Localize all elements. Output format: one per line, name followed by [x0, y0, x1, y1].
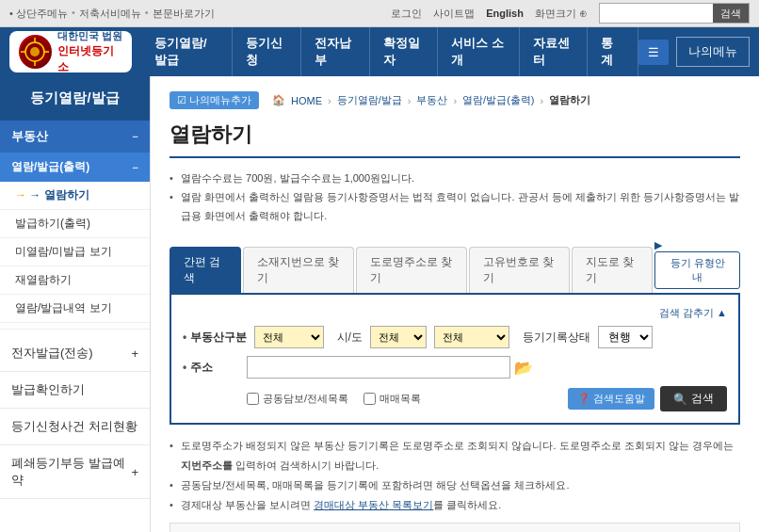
search-row-2: 주소 📂 — [183, 356, 727, 379]
skip-service-menu[interactable]: 저축서비메뉴 — [79, 7, 141, 21]
skip-main-menu[interactable]: • 상단주메뉴 — [9, 7, 68, 21]
sidebar-items-group: → 열람하기 발급하기(출력) 미열람/미발급 보기 재열람하기 열람/발급내역… — [0, 182, 150, 323]
real-estate-type-select[interactable]: 전체 토지 건물 집합건물 — [254, 326, 324, 348]
sidebar-item-review[interactable]: 재열람하기 — [0, 266, 150, 295]
login-link[interactable]: 로그인 — [391, 7, 422, 21]
tab-map-search[interactable]: 지도로 찾기 — [572, 247, 653, 293]
sidebar-electronic-plus-icon: + — [131, 347, 138, 361]
main-content: ☑ 나의메뉴추가 🏠 HOME › 등기열람/발급 › 부동산 › 열람/발급(… — [151, 76, 759, 532]
address-search-icon: 📂 — [514, 359, 533, 377]
guide-arrow-icon: ▶ — [654, 239, 662, 250]
sidebar-section-realestate[interactable]: 부동산 − — [0, 121, 150, 153]
nav-statistics[interactable]: 통 계 — [588, 27, 638, 76]
city-select[interactable]: 전체 서울 부산 대구 인천 — [370, 326, 427, 348]
breadcrumb-path3-link[interactable]: 열람/발급(출력) — [462, 93, 534, 107]
joint-collateral-checkbox[interactable] — [247, 393, 259, 405]
search-execute-button[interactable]: 🔍 검색 — [660, 386, 727, 411]
bottom-notice-3: 경제대상 부동산을 보시려면 경매대상 부동산 목록보기를 클릭하세요. — [170, 495, 740, 515]
breadcrumb-path1-link[interactable]: 등기열람/발급 — [337, 93, 402, 107]
logo[interactable]: 대한민국 법원 인터넷등기소 — [9, 31, 132, 73]
tab-unique-search[interactable]: 고유번호로 찾기 — [469, 247, 570, 293]
font-size-control[interactable]: 화면크기 ⊕ — [535, 7, 588, 21]
breadcrumb-home-link[interactable]: HOME — [291, 95, 322, 106]
address-input[interactable] — [247, 356, 510, 379]
bottom-notice-2: 공동담보/전세목록, 매매목록을 등기기록에 포함하려면 해당 선택옵션을 체크… — [170, 476, 740, 495]
auction-link[interactable]: 경매대상 부동산 목록보기 — [314, 499, 433, 510]
tab-address-search[interactable]: 소재지번으로 찾기 — [243, 247, 354, 293]
info-box: • 해당 부동산의 확정일자 열람을 원하시면 확정일자 열람하기 ↗ 를 누르… — [170, 523, 740, 532]
hamburger-icon: ☰ — [648, 45, 659, 59]
sidebar-section-electronic[interactable]: 전자발급(전송) + — [0, 335, 150, 372]
english-link[interactable]: English — [486, 8, 524, 19]
sidebar-subsection-view[interactable]: 열람/발급(출력) − — [0, 153, 150, 182]
address-label: 주소 — [183, 360, 239, 376]
breadcrumb-current: 열람하기 — [549, 93, 590, 107]
page-title: 열람하기 — [170, 121, 740, 158]
main-nav: 등기열람/발급 등기신청 전자납부 확정일자 서비스 소개 자료센터 통 계 — [141, 27, 638, 76]
magnifier-icon: 🔍 — [673, 393, 687, 406]
sale-list-checkbox[interactable] — [363, 393, 376, 405]
sidebar-item-issue[interactable]: 발급하기(출력) — [0, 210, 150, 238]
search-bottom-row: 공동담보/전세목록 매매목록 ❓ 검색도움말 🔍 검색 — [183, 386, 727, 411]
sidebar-item-unviewed[interactable]: 미열람/미발급 보기 — [0, 238, 150, 266]
question-icon: ❓ — [577, 393, 590, 405]
breadcrumb: ☑ 나의메뉴추가 🏠 HOME › 등기열람/발급 › 부동산 › 열람/발급(… — [170, 91, 740, 109]
nav-electronic-payment[interactable]: 전자납부 — [301, 27, 370, 76]
search-buttons: ❓ 검색도움말 🔍 검색 — [568, 386, 727, 411]
record-status-label: 등기기록상태 — [523, 330, 590, 346]
tab-road-search[interactable]: 도로명주소로 찾기 — [356, 247, 467, 293]
logo-text: 대한민국 법원 인터넷등기소 — [57, 29, 122, 75]
checkbox-icon: ☑ — [177, 94, 186, 106]
sidebar-section-confirm[interactable]: 발급확인하기 — [0, 372, 150, 409]
notice-2: 열람 화면에서 출력하신 열람용 등기사항증명서는 법적 효력이 없습니다. 관… — [170, 188, 740, 226]
nav-service-intro[interactable]: 서비스 소개 — [438, 27, 520, 76]
help-button[interactable]: ❓ 검색도움말 — [568, 388, 654, 410]
sidebar-section-processing[interactable]: 등기신청사건 처리현황 — [0, 409, 150, 445]
sitemap-link[interactable]: 사이트맵 — [433, 7, 475, 21]
sidebar-closed-plus-icon: + — [131, 465, 138, 479]
tab-simple-search[interactable]: 간편 검색 — [170, 247, 241, 293]
my-add-button[interactable]: ☑ 나의메뉴추가 — [170, 91, 259, 109]
svg-point-2 — [30, 47, 40, 56]
notice-1: 열람수수료는 700원, 발급수수료는 1,000원입니다. — [170, 169, 740, 188]
city-detail-select[interactable]: 전체 — [434, 326, 509, 348]
address-input-wrap: 📂 — [247, 356, 727, 379]
search-toggle[interactable]: 검색 감추기 ▲ — [183, 306, 727, 320]
skip-content[interactable]: 본문바로가기 — [153, 7, 215, 21]
sidebar-sub-arrow-icon: − — [133, 162, 138, 173]
checkbox-area: 공동담보/전세목록 매매목록 — [183, 392, 421, 406]
notice-box: 열람수수료는 700원, 발급수수료는 1,000원입니다. 열람 화면에서 출… — [170, 169, 740, 225]
nav-right: ☰ 나의메뉴 — [638, 37, 750, 67]
top-search-box: 검색 — [599, 3, 750, 24]
top-search-input[interactable] — [600, 4, 713, 23]
header: 대한민국 법원 인터넷등기소 등기열람/발급 등기신청 전자납부 확정일자 서비… — [0, 27, 759, 76]
bottom-notice-1: 도로명주소가 배정되지 않은 부동산 등기기록은 도로명주소로 조회되지 않습니… — [170, 436, 740, 476]
nav-fixed-date[interactable]: 확정일자 — [370, 27, 439, 76]
sidebar-arrow-icon: − — [133, 131, 138, 142]
sidebar-section-closed[interactable]: 폐쇄등기부등 발급예약 + — [0, 445, 150, 499]
checkbox-sale-list[interactable]: 매매목록 — [363, 392, 421, 406]
nav-data-center[interactable]: 자료센터 — [520, 27, 589, 76]
logo-icon — [19, 35, 52, 69]
breadcrumb-path2-link[interactable]: 부동산 — [416, 93, 447, 107]
checkbox-joint-collateral[interactable]: 공동담보/전세목록 — [247, 392, 348, 406]
nav-registry-apply[interactable]: 등기신청 — [233, 27, 301, 76]
hamburger-button[interactable]: ☰ — [638, 40, 669, 65]
record-status-select[interactable]: 현행 폐쇄 전체 — [598, 326, 653, 348]
type-guide-button[interactable]: 등기 유형안내 — [654, 251, 740, 289]
real-estate-type-label: 부동산구분 — [183, 330, 247, 346]
top-utility-bar: • 상단주메뉴 • 저축서비메뉴 • 본문바로가기 로그인 사이트맵 Engli… — [0, 0, 759, 27]
sidebar-title: 등기열람/발급 — [0, 76, 150, 121]
top-right-area: 로그인 사이트맵 English 화면크기 ⊕ 검색 — [391, 3, 750, 24]
top-search-button[interactable]: 검색 — [713, 4, 749, 23]
nav-registry-view[interactable]: 등기열람/발급 — [141, 27, 233, 76]
my-menu-button[interactable]: 나의메뉴 — [676, 37, 750, 67]
sidebar-item-view[interactable]: → 열람하기 — [0, 182, 150, 210]
type-guide-area: ▶ 등기 유형안내 — [654, 238, 740, 293]
skip-links: • 상단주메뉴 • 저축서비메뉴 • 본문바로가기 — [9, 7, 215, 21]
city-label: 시/도 — [337, 330, 363, 346]
sidebar-item-history[interactable]: 열람/발급내역 보기 — [0, 295, 150, 323]
sidebar: 등기열람/발급 부동산 − 열람/발급(출력) − → 열람하기 발급하기(출력… — [0, 76, 151, 532]
search-panel: 검색 감추기 ▲ 부동산구분 전체 토지 건물 집합건물 시/도 전체 서울 부… — [170, 293, 740, 425]
tab-bar: 간편 검색 소재지번으로 찾기 도로명주소로 찾기 고유번호로 찾기 지도로 찾… — [170, 238, 740, 293]
